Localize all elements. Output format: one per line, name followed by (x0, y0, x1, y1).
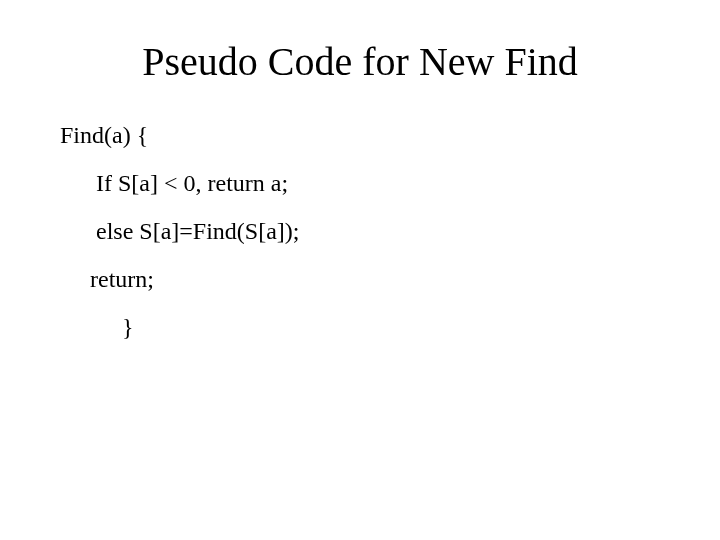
slide-title: Pseudo Code for New Find (60, 38, 660, 85)
code-line-5: } (60, 315, 660, 339)
pseudocode-block: Find(a) { If S[a] < 0, return a; else S[… (60, 123, 660, 339)
code-line-2: If S[a] < 0, return a; (60, 171, 660, 195)
slide: Pseudo Code for New Find Find(a) { If S[… (0, 0, 720, 540)
code-line-3: else S[a]=Find(S[a]); (60, 219, 660, 243)
code-line-4: return; (60, 267, 660, 291)
code-line-1: Find(a) { (60, 123, 660, 147)
